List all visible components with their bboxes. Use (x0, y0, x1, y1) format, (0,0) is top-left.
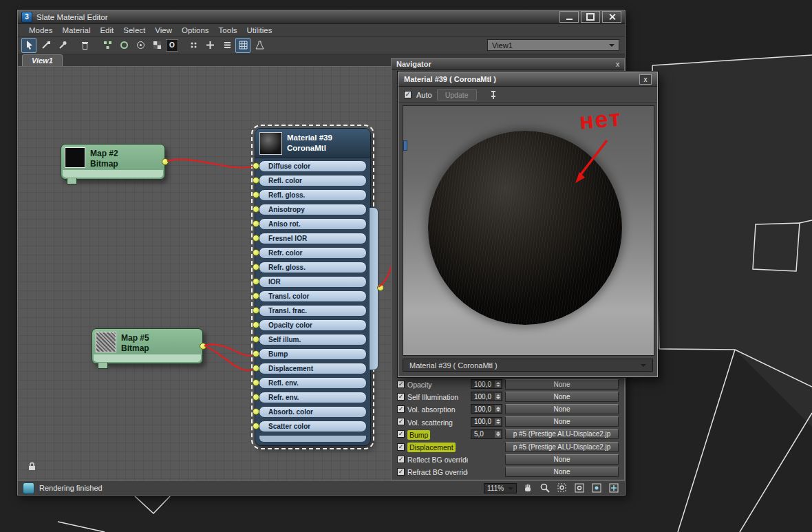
view-selector-dropdown[interactable]: View1 (487, 39, 619, 51)
bump-map-button[interactable]: p #5 (Prestige ALU-Displace2.jp (505, 429, 619, 439)
slot-displacement[interactable]: Displacement (259, 363, 367, 374)
spinner-arrows-icon[interactable] (495, 405, 501, 412)
render-map-icon[interactable] (252, 38, 267, 53)
zoom-extents-icon[interactable] (573, 482, 586, 494)
material-node-header[interactable]: Material #39 CoronaMtl (255, 129, 370, 158)
slot-self-illum[interactable]: Self illum. (259, 334, 367, 345)
input-socket[interactable] (253, 249, 259, 256)
bump-spinner[interactable]: 5,0 (471, 429, 502, 439)
list-view-icon[interactable] (219, 38, 234, 53)
displacement-map-button[interactable]: p #5 (Prestige ALU-Displace2.jp (505, 442, 619, 452)
input-socket[interactable] (253, 365, 259, 372)
vol-scattering-spinner[interactable]: 100,0 (471, 417, 502, 427)
input-socket[interactable] (253, 162, 259, 169)
slot-refr-color[interactable]: Refr. color (259, 247, 367, 259)
pan-tool-icon[interactable] (522, 482, 534, 494)
node-map5[interactable]: Map #5 Bitmap (92, 328, 203, 364)
maximize-button[interactable] (581, 11, 600, 23)
menu-material[interactable]: Material (58, 25, 96, 35)
zoom-tool-icon[interactable] (539, 482, 551, 494)
input-socket[interactable] (253, 307, 259, 314)
preview-title-bar[interactable]: Material #39 ( CoronaMtl ) (398, 72, 657, 87)
dots-tool-icon[interactable] (186, 38, 201, 53)
reflect-bg-checkbox[interactable] (397, 456, 405, 463)
menu-utilities[interactable]: Utilities (242, 25, 277, 35)
input-socket[interactable] (253, 350, 259, 357)
node-material39[interactable]: Material #39 CoronaMtl Diffuse color Ref… (255, 128, 371, 446)
node-footer-tab[interactable] (98, 363, 108, 369)
spinner-arrows-icon[interactable] (495, 431, 501, 438)
spinner-arrows-icon[interactable] (495, 393, 501, 400)
opacity-spinner[interactable]: 100,0 (471, 379, 502, 389)
node-map2[interactable]: Map #2 Bitmap (61, 144, 165, 180)
input-socket[interactable] (253, 379, 259, 386)
vol-scattering-checkbox[interactable] (397, 418, 405, 425)
self-illumination-checkbox[interactable] (397, 393, 405, 401)
slot-diffuse-color[interactable]: Diffuse color (259, 160, 367, 172)
connect-tool-icon[interactable] (38, 38, 53, 53)
input-socket[interactable] (253, 408, 259, 415)
move-children-icon[interactable] (202, 38, 217, 53)
input-socket[interactable] (253, 394, 259, 401)
displacement-checkbox[interactable] (397, 443, 405, 451)
zoom-region-icon[interactable] (556, 482, 568, 494)
vol-absorption-spinner[interactable]: 100,0 (471, 404, 502, 414)
slot-refl-gloss[interactable]: Refl. gloss. (259, 189, 367, 201)
pick-material-icon[interactable] (54, 38, 70, 53)
spinner-arrows-icon[interactable] (495, 418, 501, 425)
layout-all-icon[interactable] (100, 38, 115, 53)
menu-select[interactable]: Select (118, 25, 150, 35)
spinner-arrows-icon[interactable] (495, 381, 501, 387)
output-socket[interactable] (162, 158, 169, 165)
slot-anisotropy[interactable]: Anisotropy (259, 204, 367, 215)
output-socket[interactable] (200, 343, 206, 350)
vol-absorption-map-button[interactable]: None (505, 404, 619, 414)
input-socket[interactable] (253, 423, 259, 429)
slot-refr-env[interactable]: Refr. env. (259, 392, 367, 403)
slot-transl-color[interactable]: Transl. color (259, 290, 367, 302)
slot-aniso-rot[interactable]: Aniso rot. (259, 218, 367, 230)
auto-update-checkbox[interactable] (404, 91, 412, 98)
slot-transl-frac[interactable]: Transl. frac. (259, 305, 367, 317)
zoom-extents-all-icon[interactable] (608, 482, 620, 494)
input-socket[interactable] (253, 235, 259, 242)
reflect-bg-map-button[interactable]: None (505, 454, 619, 465)
input-socket[interactable] (253, 206, 259, 213)
refract-bg-checkbox[interactable] (397, 468, 405, 476)
show-grid-icon[interactable] (235, 38, 250, 53)
preview-scroll-thumb[interactable] (403, 140, 407, 151)
menu-view[interactable]: View (150, 25, 177, 35)
slot-refr-gloss[interactable]: Refr. gloss. (259, 262, 367, 273)
tab-view1[interactable]: View1 (22, 54, 63, 66)
slot-refl-env[interactable]: Refl. env. (259, 377, 367, 389)
background-checker-icon[interactable] (149, 38, 164, 53)
vol-scattering-map-button[interactable]: None (505, 416, 619, 427)
delete-selected-icon[interactable] (77, 38, 92, 53)
opacity-map-button[interactable]: None (505, 379, 619, 390)
self-illumination-map-button[interactable]: None (505, 392, 619, 402)
input-socket[interactable] (253, 191, 259, 198)
opacity-checkbox[interactable] (397, 381, 405, 388)
close-button[interactable] (602, 11, 621, 23)
input-socket[interactable] (253, 220, 259, 227)
menu-options[interactable]: Options (177, 25, 214, 35)
slot-scatter-color[interactable]: Scatter color (259, 421, 367, 432)
menu-modes[interactable]: Modes (24, 25, 58, 35)
zoom-extents-selected-icon[interactable] (590, 482, 603, 494)
select-tool-icon[interactable] (21, 38, 36, 53)
self-illumination-spinner[interactable]: 100,0 (471, 392, 502, 401)
title-bar[interactable]: 3 Slate Material Editor (18, 10, 625, 24)
vol-absorption-checkbox[interactable] (397, 405, 405, 413)
slot-ior[interactable]: IOR (259, 276, 367, 288)
update-button[interactable]: Update (437, 89, 477, 100)
slot-fresnel-ior[interactable]: Fresnel IOR (259, 233, 367, 244)
node-footer-tab[interactable] (67, 178, 77, 184)
input-socket[interactable] (253, 177, 259, 184)
minimize-button[interactable] (559, 11, 579, 23)
select-by-material-icon[interactable] (133, 38, 148, 53)
slot-absorb-color[interactable]: Absorb. color (259, 406, 367, 418)
slot-bump[interactable]: Bump (259, 348, 367, 360)
input-socket[interactable] (253, 292, 259, 299)
bump-checkbox[interactable] (397, 430, 405, 438)
menu-edit[interactable]: Edit (95, 25, 118, 35)
